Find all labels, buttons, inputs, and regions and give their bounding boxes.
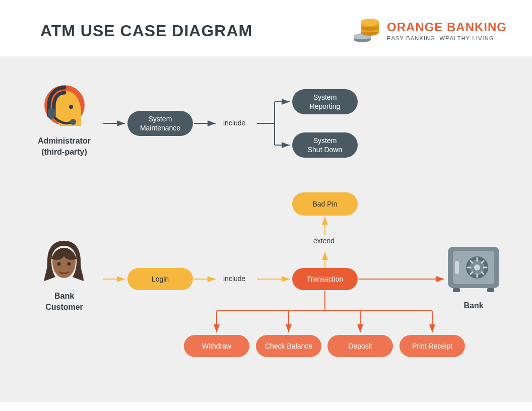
actor-bank-label: Bank: [443, 300, 504, 311]
actor-customer-label-1: Bank: [30, 291, 98, 302]
node-withdraw: Withdraw: [184, 335, 249, 357]
actor-bank-customer: Bank Customer: [30, 237, 98, 312]
node-system-shutdown: System Shut Down: [292, 132, 358, 158]
brand: ORANGE BANKING EASY BANKING. WEALTHY LIV…: [353, 15, 507, 46]
svg-point-29: [68, 262, 71, 266]
brand-name: ORANGE BANKING: [387, 20, 507, 34]
svg-point-28: [57, 262, 61, 266]
actor-bank: Bank: [443, 244, 504, 311]
label-include-customer: include: [223, 275, 245, 283]
node-check-balance: Check Balance: [256, 335, 321, 357]
node-system-reporting: System Reporting: [292, 89, 358, 114]
label-include-admin: include: [223, 119, 245, 127]
node-system-maintenance: System Maintenance: [127, 111, 193, 136]
coins-icon: [353, 15, 380, 46]
svg-point-27: [70, 119, 76, 125]
actor-admin-label-2: (third-party): [30, 147, 98, 158]
node-login: Login: [127, 268, 193, 290]
actor-admin-label-1: Administrator: [30, 135, 98, 147]
svg-rect-32: [455, 261, 459, 274]
headset-person-icon: [42, 122, 87, 131]
brand-tagline: EASY BANKING. WEALTHY LIVING.: [387, 35, 507, 41]
node-deposit: Deposit: [327, 335, 393, 357]
svg-rect-44: [453, 288, 460, 292]
customer-person-icon: [40, 278, 88, 286]
svg-point-25: [69, 105, 73, 109]
diagram-canvas: Administrator (third-party) Bank Custome…: [0, 56, 532, 402]
label-extend: extend: [313, 237, 335, 245]
safe-icon: [446, 287, 501, 296]
actor-administrator: Administrator (third-party): [30, 82, 98, 157]
actor-customer-label-2: Customer: [30, 302, 98, 313]
node-print-receipt: Print Receipt: [400, 335, 465, 357]
svg-point-7: [361, 19, 379, 26]
svg-rect-45: [487, 288, 494, 292]
node-bad-pin: Bad Pin: [292, 192, 358, 216]
header: ATM USE CASE DIAGRAM ORANGE BANKING EASY…: [0, 0, 532, 56]
node-transaction: Transaction: [292, 268, 358, 290]
page-title: ATM USE CASE DIAGRAM: [40, 22, 252, 40]
svg-point-35: [474, 264, 480, 270]
